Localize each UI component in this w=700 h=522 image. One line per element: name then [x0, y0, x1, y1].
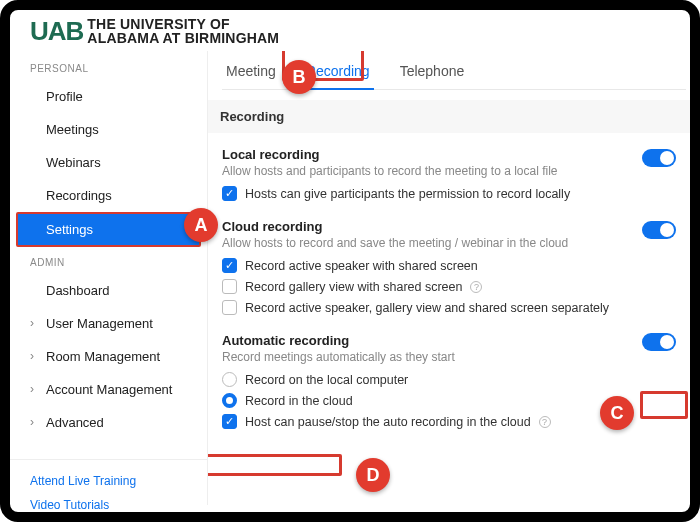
- opt-label: Host can pause/stop the auto recording i…: [245, 415, 531, 429]
- opt-record-separately[interactable]: Record active speaker, gallery view and …: [222, 300, 630, 315]
- sidebar-item-webinars[interactable]: Webinars: [10, 146, 207, 179]
- sidebar: PERSONAL Profile Meetings Webinars Recor…: [10, 51, 208, 505]
- toggle-local-recording[interactable]: [642, 149, 676, 167]
- opt-label: Record on the local computer: [245, 373, 408, 387]
- info-icon[interactable]: ?: [470, 281, 482, 293]
- radio-icon: [222, 393, 237, 408]
- sidebar-item-profile[interactable]: Profile: [10, 80, 207, 113]
- setting-local-recording: Local recording Allow hosts and particip…: [222, 147, 686, 201]
- sidebar-section-personal: PERSONAL: [10, 53, 207, 80]
- cloud-recording-desc: Allow hosts to record and save the meeti…: [222, 236, 630, 250]
- sidebar-item-settings[interactable]: Settings: [16, 212, 201, 247]
- sidebar-item-recordings[interactable]: Recordings: [10, 179, 207, 212]
- opt-label: Record gallery view with shared screen: [245, 280, 462, 294]
- sidebar-item-user-management[interactable]: User Management: [10, 307, 207, 340]
- toggle-cloud-recording[interactable]: [642, 221, 676, 239]
- opt-label: Record in the cloud: [245, 394, 353, 408]
- sidebar-item-advanced[interactable]: Advanced: [10, 406, 207, 439]
- opt-record-gallery-view[interactable]: Record gallery view with shared screen ?: [222, 279, 630, 294]
- opt-record-local-computer[interactable]: Record on the local computer: [222, 372, 630, 387]
- checkbox-icon: ✓: [222, 258, 237, 273]
- opt-label: Record active speaker with shared screen: [245, 259, 478, 273]
- radio-icon: [222, 372, 237, 387]
- sidebar-footer: Attend Live Training Video Tutorials: [10, 459, 207, 522]
- checkbox-icon: [222, 300, 237, 315]
- tab-telephone[interactable]: Telephone: [396, 57, 469, 89]
- local-recording-desc: Allow hosts and participants to record t…: [222, 164, 630, 178]
- main-panel: Meeting Recording Telephone Recording Lo…: [208, 51, 690, 505]
- sidebar-item-meetings[interactable]: Meetings: [10, 113, 207, 146]
- sidebar-item-room-management[interactable]: Room Management: [10, 340, 207, 373]
- tab-meeting[interactable]: Meeting: [222, 57, 280, 89]
- opt-label: Hosts can give participants the permissi…: [245, 187, 570, 201]
- local-recording-title: Local recording: [222, 147, 630, 162]
- sidebar-item-account-management[interactable]: Account Management: [10, 373, 207, 406]
- opt-record-active-speaker[interactable]: ✓ Record active speaker with shared scre…: [222, 258, 630, 273]
- toggle-automatic-recording[interactable]: [642, 333, 676, 351]
- highlight-record-in-cloud: [208, 454, 342, 476]
- opt-record-in-cloud[interactable]: Record in the cloud: [222, 393, 630, 408]
- header: UAB THE UNIVERSITY OF ALABAMA AT BIRMING…: [10, 10, 690, 51]
- sidebar-item-dashboard[interactable]: Dashboard: [10, 274, 207, 307]
- checkbox-icon: [222, 279, 237, 294]
- automatic-recording-desc: Record meetings automatically as they st…: [222, 350, 630, 364]
- link-video-tutorials[interactable]: Video Tutorials: [30, 498, 187, 512]
- uab-mark: UAB: [30, 16, 83, 47]
- opt-hosts-give-permission[interactable]: ✓ Hosts can give participants the permis…: [222, 186, 630, 201]
- opt-label: Record active speaker, gallery view and …: [245, 301, 609, 315]
- section-heading-recording: Recording: [208, 100, 690, 133]
- setting-automatic-recording: Automatic recording Record meetings auto…: [222, 333, 686, 429]
- org-name-line2: ALABAMA AT BIRMINGHAM: [87, 32, 279, 45]
- link-attend-live-training[interactable]: Attend Live Training: [30, 474, 187, 488]
- setting-cloud-recording: Cloud recording Allow hosts to record an…: [222, 219, 686, 315]
- tab-recording[interactable]: Recording: [302, 57, 374, 89]
- settings-tabs: Meeting Recording Telephone: [222, 57, 686, 90]
- info-icon[interactable]: ?: [539, 416, 551, 428]
- checkbox-icon: ✓: [222, 414, 237, 429]
- cloud-recording-title: Cloud recording: [222, 219, 630, 234]
- opt-host-pause-stop[interactable]: ✓ Host can pause/stop the auto recording…: [222, 414, 630, 429]
- sidebar-section-admin: ADMIN: [10, 247, 207, 274]
- automatic-recording-title: Automatic recording: [222, 333, 630, 348]
- checkbox-icon: ✓: [222, 186, 237, 201]
- uab-logo: UAB THE UNIVERSITY OF ALABAMA AT BIRMING…: [30, 16, 279, 47]
